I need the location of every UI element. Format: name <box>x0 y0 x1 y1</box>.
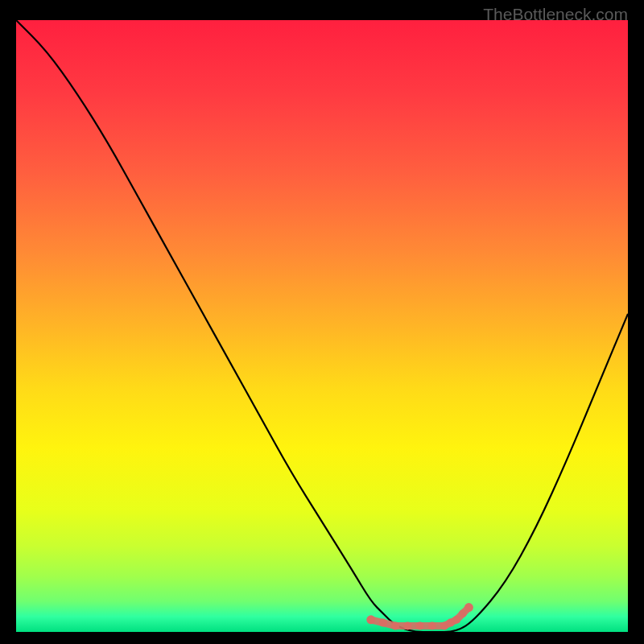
watermark-text: TheBottleneck.com <box>483 5 628 24</box>
chart-svg <box>16 20 628 632</box>
bottleneck-curve <box>16 20 628 632</box>
marker-point <box>403 621 411 630</box>
optimal-range-markers <box>366 603 473 630</box>
marker-point <box>379 619 387 627</box>
marker-point <box>391 621 399 630</box>
chart-container: TheBottleneck.com <box>0 0 644 644</box>
marker-point <box>366 615 375 624</box>
marker-point <box>452 616 460 624</box>
marker-point <box>416 621 424 630</box>
marker-point <box>428 621 436 630</box>
marker-point <box>464 603 473 612</box>
plot-area <box>16 20 628 632</box>
marker-point <box>459 609 467 617</box>
